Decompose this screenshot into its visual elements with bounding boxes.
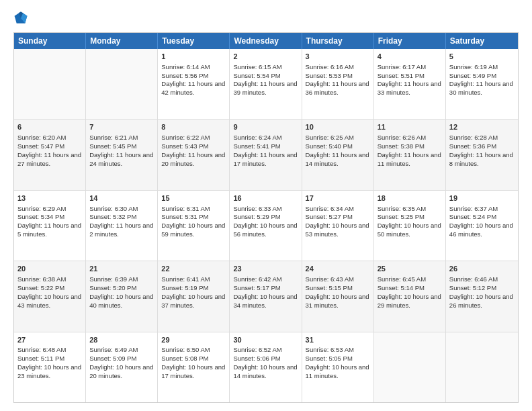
day-cell-29: 29Sunrise: 6:50 AMSunset: 5:08 PMDayligh… <box>158 332 230 402</box>
day-number: 7 <box>89 122 154 132</box>
sunrise-text: Sunrise: 6:29 AM <box>17 205 82 214</box>
sunset-text: Sunset: 5:22 PM <box>17 284 82 293</box>
daylight-text: Daylight: 11 hours and 24 minutes. <box>89 151 154 169</box>
day-cell-20: 20Sunrise: 6:38 AMSunset: 5:22 PMDayligh… <box>14 261 86 331</box>
sunset-text: Sunset: 5:41 PM <box>233 142 298 151</box>
day-cell-8: 8Sunrise: 6:22 AMSunset: 5:43 PMDaylight… <box>158 120 230 189</box>
sunrise-text: Sunrise: 6:14 AM <box>161 63 226 72</box>
day-number: 16 <box>233 193 298 203</box>
sunset-text: Sunset: 5:08 PM <box>161 355 226 363</box>
day-number: 24 <box>306 264 370 274</box>
day-number: 19 <box>449 193 515 203</box>
day-number: 31 <box>306 335 370 345</box>
day-number: 14 <box>89 193 154 203</box>
sunset-text: Sunset: 5:27 PM <box>306 213 370 222</box>
calendar-body: 1Sunrise: 6:14 AMSunset: 5:56 PMDaylight… <box>14 49 518 402</box>
day-number: 13 <box>17 193 82 203</box>
daylight-text: Daylight: 11 hours and 20 minutes. <box>161 151 226 169</box>
day-header-sunday: Sunday <box>14 33 86 49</box>
daylight-text: Daylight: 11 hours and 14 minutes. <box>306 151 370 169</box>
empty-cell <box>86 49 158 119</box>
sunset-text: Sunset: 5:32 PM <box>89 213 154 222</box>
sunrise-text: Sunrise: 6:28 AM <box>449 134 515 142</box>
day-cell-28: 28Sunrise: 6:49 AMSunset: 5:09 PMDayligh… <box>86 332 158 402</box>
header <box>13 11 519 26</box>
day-cell-9: 9Sunrise: 6:24 AMSunset: 5:41 PMDaylight… <box>230 120 302 189</box>
sunrise-text: Sunrise: 6:16 AM <box>306 63 370 72</box>
sunset-text: Sunset: 5:06 PM <box>233 355 298 363</box>
day-cell-25: 25Sunrise: 6:45 AMSunset: 5:14 PMDayligh… <box>374 261 446 331</box>
day-number: 22 <box>161 264 226 274</box>
day-cell-16: 16Sunrise: 6:33 AMSunset: 5:29 PMDayligh… <box>230 191 302 261</box>
daylight-text: Daylight: 11 hours and 11 minutes. <box>378 151 442 169</box>
daylight-text: Daylight: 10 hours and 29 minutes. <box>378 293 442 310</box>
day-cell-7: 7Sunrise: 6:21 AMSunset: 5:45 PMDaylight… <box>86 120 158 189</box>
sunset-text: Sunset: 5:40 PM <box>306 142 370 151</box>
daylight-text: Daylight: 10 hours and 23 minutes. <box>17 363 82 381</box>
daylight-text: Daylight: 10 hours and 20 minutes. <box>89 363 154 381</box>
day-cell-6: 6Sunrise: 6:20 AMSunset: 5:47 PMDaylight… <box>14 120 86 189</box>
daylight-text: Daylight: 11 hours and 33 minutes. <box>378 80 442 97</box>
sunrise-text: Sunrise: 6:38 AM <box>17 275 82 284</box>
sunrise-text: Sunrise: 6:31 AM <box>161 205 226 214</box>
daylight-text: Daylight: 11 hours and 2 minutes. <box>89 222 154 239</box>
daylight-text: Daylight: 11 hours and 30 minutes. <box>449 80 515 97</box>
calendar: SundayMondayTuesdayWednesdayThursdayFrid… <box>13 32 519 403</box>
calendar-row-3: 20Sunrise: 6:38 AMSunset: 5:22 PMDayligh… <box>14 261 518 332</box>
day-number: 10 <box>306 122 370 132</box>
day-number: 26 <box>449 264 515 274</box>
day-number: 21 <box>89 264 154 274</box>
day-number: 29 <box>161 335 226 345</box>
empty-cell <box>446 332 518 402</box>
day-header-wednesday: Wednesday <box>230 33 302 49</box>
day-cell-19: 19Sunrise: 6:37 AMSunset: 5:24 PMDayligh… <box>446 191 518 261</box>
day-header-saturday: Saturday <box>446 33 518 49</box>
day-cell-30: 30Sunrise: 6:52 AMSunset: 5:06 PMDayligh… <box>230 332 302 402</box>
sunset-text: Sunset: 5:54 PM <box>233 72 298 81</box>
day-number: 4 <box>378 52 442 62</box>
sunset-text: Sunset: 5:05 PM <box>306 355 370 363</box>
sunset-text: Sunset: 5:31 PM <box>161 213 226 222</box>
daylight-text: Daylight: 10 hours and 50 minutes. <box>378 222 442 239</box>
sunset-text: Sunset: 5:24 PM <box>449 213 515 222</box>
day-header-tuesday: Tuesday <box>158 33 230 49</box>
daylight-text: Daylight: 11 hours and 17 minutes. <box>233 151 298 169</box>
day-cell-15: 15Sunrise: 6:31 AMSunset: 5:31 PMDayligh… <box>158 191 230 261</box>
day-cell-17: 17Sunrise: 6:34 AMSunset: 5:27 PMDayligh… <box>302 191 374 261</box>
sunrise-text: Sunrise: 6:15 AM <box>233 63 298 72</box>
day-cell-21: 21Sunrise: 6:39 AMSunset: 5:20 PMDayligh… <box>86 261 158 331</box>
day-cell-26: 26Sunrise: 6:46 AMSunset: 5:12 PMDayligh… <box>446 261 518 331</box>
day-number: 15 <box>161 193 226 203</box>
daylight-text: Daylight: 11 hours and 36 minutes. <box>306 80 370 97</box>
sunset-text: Sunset: 5:43 PM <box>161 142 226 151</box>
sunset-text: Sunset: 5:34 PM <box>17 213 82 222</box>
day-cell-11: 11Sunrise: 6:26 AMSunset: 5:38 PMDayligh… <box>374 120 446 189</box>
day-cell-1: 1Sunrise: 6:14 AMSunset: 5:56 PMDaylight… <box>158 49 230 119</box>
day-cell-12: 12Sunrise: 6:28 AMSunset: 5:36 PMDayligh… <box>446 120 518 189</box>
day-cell-5: 5Sunrise: 6:19 AMSunset: 5:49 PMDaylight… <box>446 49 518 119</box>
day-cell-4: 4Sunrise: 6:17 AMSunset: 5:51 PMDaylight… <box>374 49 446 119</box>
sunrise-text: Sunrise: 6:25 AM <box>306 134 370 142</box>
sunrise-text: Sunrise: 6:41 AM <box>161 275 226 284</box>
day-cell-3: 3Sunrise: 6:16 AMSunset: 5:53 PMDaylight… <box>302 49 374 119</box>
day-number: 23 <box>233 264 298 274</box>
sunrise-text: Sunrise: 6:30 AM <box>89 205 154 214</box>
daylight-text: Daylight: 11 hours and 42 minutes. <box>161 80 226 97</box>
sunset-text: Sunset: 5:15 PM <box>306 284 370 293</box>
empty-cell <box>14 49 86 119</box>
sunrise-text: Sunrise: 6:39 AM <box>89 275 154 284</box>
sunset-text: Sunset: 5:56 PM <box>161 72 226 81</box>
sunset-text: Sunset: 5:25 PM <box>378 213 442 222</box>
daylight-text: Daylight: 10 hours and 56 minutes. <box>233 222 298 239</box>
calendar-header: SundayMondayTuesdayWednesdayThursdayFrid… <box>14 33 518 49</box>
day-number: 17 <box>306 193 370 203</box>
sunrise-text: Sunrise: 6:22 AM <box>161 134 226 142</box>
sunset-text: Sunset: 5:17 PM <box>233 284 298 293</box>
day-cell-31: 31Sunrise: 6:53 AMSunset: 5:05 PMDayligh… <box>302 332 374 402</box>
day-cell-18: 18Sunrise: 6:35 AMSunset: 5:25 PMDayligh… <box>374 191 446 261</box>
page: SundayMondayTuesdayWednesdayThursdayFrid… <box>0 0 532 411</box>
day-header-friday: Friday <box>374 33 446 49</box>
daylight-text: Daylight: 10 hours and 43 minutes. <box>17 293 82 310</box>
day-number: 12 <box>449 122 515 132</box>
day-cell-24: 24Sunrise: 6:43 AMSunset: 5:15 PMDayligh… <box>302 261 374 331</box>
